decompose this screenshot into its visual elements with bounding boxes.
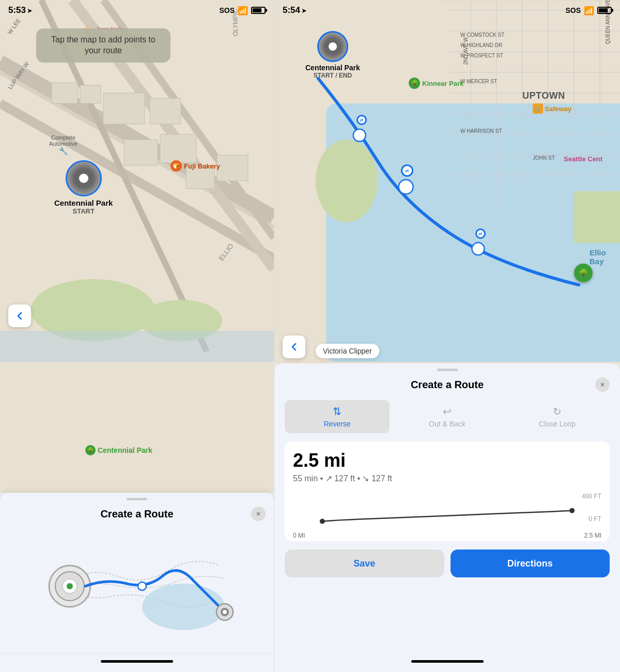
- right-map[interactable]: 5:54 ➤ SOS 📶 W COMSTOCK ST W HIGHLAND DR…: [274, 0, 620, 363]
- right-back-icon: [289, 342, 299, 352]
- route-stats-card: 2.5 mi 55 min • ↗ 127 ft • ↘ 127 ft 400 …: [285, 441, 610, 541]
- route-preview-svg: [39, 534, 235, 638]
- waypoint-3: ⇌: [475, 228, 486, 239]
- right-home-indicator: [411, 660, 484, 663]
- left-home-indicator: [101, 660, 173, 663]
- back-icon: [14, 311, 25, 321]
- right-close-button[interactable]: ×: [595, 377, 610, 392]
- svg-point-54: [320, 519, 325, 524]
- route-preview-area: [8, 529, 266, 643]
- svg-point-55: [569, 508, 575, 513]
- right-close-icon: ×: [600, 380, 605, 389]
- reverse-icon: ⇅: [333, 405, 342, 418]
- left-location-pin: Centennial Park START: [54, 160, 113, 215]
- save-label: Save: [353, 558, 375, 569]
- elevation-bottom-label: 0 FT: [588, 515, 601, 523]
- sheet-handle: [127, 498, 147, 500]
- left-status-bar: 5:53 ➤ SOS 📶: [0, 0, 274, 21]
- out-back-icon: ↩: [443, 405, 452, 418]
- safeway-poi: 🛒 Safeway: [533, 103, 571, 114]
- close-loop-icon: ↻: [553, 405, 562, 418]
- uptown-label: UPTOWN: [522, 90, 565, 101]
- right-time: 5:54: [283, 5, 300, 16]
- kinnear-label: Kinnear Park: [422, 80, 463, 87]
- right-pin-sub: START / END: [314, 72, 352, 79]
- reverse-tab[interactable]: ⇅ Reverse: [285, 400, 390, 433]
- left-close-button[interactable]: ×: [251, 507, 266, 521]
- sheet-title-row: Create a Route ×: [8, 507, 266, 521]
- right-sos: SOS: [565, 6, 581, 14]
- destination-pin: 🌳: [574, 264, 593, 282]
- left-wifi-icon: 📶: [238, 6, 248, 16]
- pin-inner-circle: [79, 174, 88, 183]
- right-location-icon: ➤: [301, 7, 307, 14]
- svg-rect-12: [160, 134, 196, 163]
- left-status-right: SOS 📶: [219, 6, 266, 16]
- tooltip-text: Tap the map to add points to your route: [51, 35, 156, 55]
- svg-rect-9: [0, 331, 274, 362]
- left-home-indicator-container: [0, 653, 274, 672]
- right-bottom-sheet: Create a Route × ⇅ Reverse ↩ Out & Back …: [274, 363, 620, 653]
- pin-outer-circle: [66, 160, 102, 196]
- left-map[interactable]: ELLIO OLYMPIC 5:53 ➤ SOS 📶 Tap the map t…: [0, 0, 274, 493]
- pin-name: Centennial Park: [54, 198, 113, 207]
- directions-button[interactable]: Directions: [451, 549, 610, 577]
- right-sheet-handle: [437, 369, 458, 371]
- right-back-button[interactable]: [283, 335, 305, 358]
- action-buttons: Save Directions: [285, 549, 610, 577]
- left-time: 5:53: [8, 5, 26, 16]
- automotive-poi: CompleteAutomotive 🔧: [49, 134, 78, 155]
- close-loop-tab[interactable]: ↻ Close Loop: [505, 400, 610, 433]
- svg-rect-17: [217, 155, 248, 181]
- route-details: 55 min • ↗ 127 ft • ↘ 127 ft: [293, 474, 601, 483]
- right-status-right: SOS 📶: [565, 6, 612, 16]
- elevation-svg: [293, 502, 601, 528]
- mercer-label: W MERCER ST: [460, 79, 497, 84]
- svg-rect-14: [52, 83, 78, 103]
- svg-rect-10: [103, 93, 145, 124]
- harrison-label: W HARRISON ST: [460, 128, 502, 134]
- map-tooltip: Tap the map to add points to your route: [36, 28, 171, 63]
- svg-rect-11: [150, 98, 181, 124]
- pin-sub: START: [73, 207, 95, 215]
- waypoint-1: ⇌: [357, 115, 367, 125]
- victoria-clipper-chip: Victoria Clipper: [316, 344, 379, 358]
- fuji-bakery-poi: 🍞 Fuji Bakery: [171, 160, 220, 172]
- svg-point-28: [223, 610, 227, 614]
- elevation-mi-end: 2.5 MI: [584, 532, 601, 539]
- 2nd-ave-label: 2ND AVE W: [463, 37, 469, 65]
- centennial-park-label: 🌳 Centennial Park: [85, 445, 152, 455]
- right-location-pin: Centennial Park START / END: [305, 31, 360, 79]
- left-battery-icon: [251, 7, 266, 14]
- right-sheet-title-row: Create a Route ×: [285, 377, 610, 392]
- right-pin-name: Centennial Park: [305, 64, 360, 72]
- left-sheet-title: Create a Route: [23, 508, 251, 520]
- svg-rect-15: [80, 85, 101, 103]
- reverse-label: Reverse: [323, 420, 350, 428]
- directions-label: Directions: [507, 558, 553, 569]
- right-pin-circle: [317, 31, 348, 62]
- left-sos: SOS: [219, 6, 235, 14]
- elevation-top-label: 400 FT: [582, 493, 601, 500]
- right-panel: 5:54 ➤ SOS 📶 W COMSTOCK ST W HIGHLAND DR…: [274, 0, 620, 672]
- kinnear-park-poi: 🌳 Kinnear Park: [409, 78, 463, 89]
- john-label: JOHN ST: [533, 155, 555, 161]
- out-back-tab[interactable]: ↩ Out & Back: [395, 400, 500, 433]
- right-status-bar: 5:54 ➤ SOS 📶: [274, 0, 620, 21]
- save-button[interactable]: Save: [285, 549, 444, 577]
- seattle-center-label: Seattle Cent: [564, 155, 602, 163]
- victoria-clipper-label: Victoria Clipper: [323, 347, 372, 355]
- close-icon: ×: [256, 510, 260, 518]
- left-back-button[interactable]: [8, 304, 31, 327]
- elevation-mi-start: 0 MI: [293, 532, 305, 539]
- right-wifi-icon: 📶: [584, 6, 594, 16]
- svg-point-20: [142, 584, 225, 630]
- svg-point-25: [138, 582, 146, 590]
- route-options-tabs: ⇅ Reverse ↩ Out & Back ↻ Close Loop: [285, 400, 610, 433]
- left-bottom-sheet: Create a Route ×: [0, 493, 274, 653]
- waypoint-2: ⇌: [401, 164, 413, 177]
- route-distance: 2.5 mi: [293, 450, 601, 471]
- right-home-indicator-container: [274, 653, 620, 672]
- close-loop-label: Close Loop: [539, 420, 576, 428]
- left-map-bg: ELLIO OLYMPIC: [0, 0, 274, 493]
